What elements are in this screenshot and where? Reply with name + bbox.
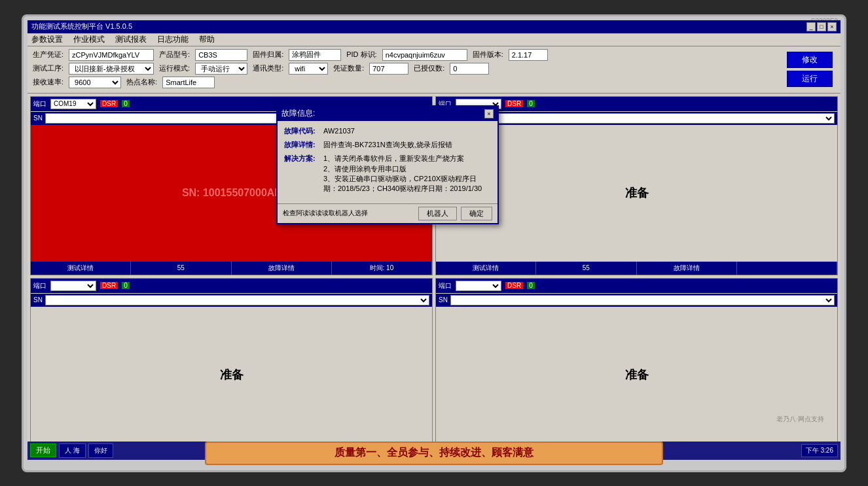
solution-content: 1、请关闭杀毒软件后，重新安装生产烧方案 2、请使用涂鸦专用串口版 3、安装正确… [323, 154, 491, 194]
solution-line-2: 2、请使用涂鸦专用串口版 [323, 164, 491, 174]
error-desc-value: 固件查询-BK7231N查询失败,烧录后报错 [323, 140, 452, 150]
dialog-content: 故障代码: AW21037 故障详情: 固件查询-BK7231N查询失败,烧录后… [278, 121, 497, 203]
screen: 功能测试系统控制平台 V1.5.0.5 _ □ × 参数设置 作业模式 测试报表… [27, 20, 841, 460]
dialog-error-code-row: 故障代码: AW21037 [284, 126, 491, 136]
solution-label: 解决方案: [284, 154, 323, 194]
dialog-solution-row: 解决方案: 1、请关闭杀毒软件后，重新安装生产烧方案 2、请使用涂鸦专用串口版 … [284, 154, 491, 194]
error-desc-label: 故障详情: [284, 140, 323, 150]
dialog-error-desc-row: 故障详情: 固件查询-BK7231N查询失败,烧录后报错 [284, 140, 491, 150]
error-code-label: 故障代码: [284, 126, 323, 136]
dialog-footer: 检查阿读读读读取机器人选择 机器人 确定 [278, 203, 497, 223]
dialog-footer-text: 检查阿读读读读取机器人选择 [283, 209, 368, 218]
dialog-titlebar: 故障信息: × [278, 107, 497, 121]
error-code-value: AW21037 [323, 126, 355, 136]
error-dialog: 故障信息: × 故障代码: AW21037 故障详情: 固件查询-BK7231N… [276, 105, 499, 224]
dialog-close-button[interactable]: × [484, 109, 494, 118]
monitor: S2303E8 功能测试系统控制平台 V1.5.0.5 _ □ × 参数设置 作… [22, 14, 846, 472]
machine-button[interactable]: 机器人 [418, 207, 457, 220]
dialog-overlay: 故障信息: × 故障代码: AW21037 故障详情: 固件查询-BK7231N… [27, 20, 841, 460]
confirm-button[interactable]: 确定 [461, 207, 492, 220]
app-window: 功能测试系统控制平台 V1.5.0.5 _ □ × 参数设置 作业模式 测试报表… [27, 20, 841, 460]
dialog-title: 故障信息: [281, 108, 315, 119]
solution-line-3: 3、安装正确串口驱动驱动，CP210X驱动程序日期：2018/5/23；CH34… [323, 174, 491, 194]
solution-line-1: 1、请关闭杀毒软件后，重新安装生产烧方案 [323, 154, 491, 164]
